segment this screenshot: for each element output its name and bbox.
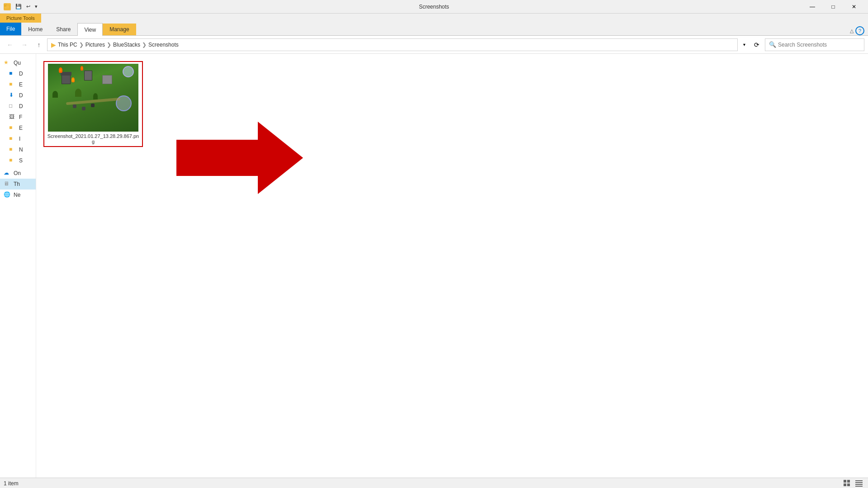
svg-rect-1 — [4, 5, 6, 7]
svg-rect-2 — [5, 4, 6, 5]
help-button[interactable]: ? — [855, 26, 864, 35]
folder-yellow3-icon: ■ — [9, 135, 16, 142]
up-button[interactable]: ↑ — [33, 38, 45, 51]
search-bar: 🔍 — [765, 38, 864, 51]
svg-rect-8 — [855, 480, 863, 481]
tab-manage[interactable]: Manage — [103, 24, 136, 35]
star-icon: ★ — [4, 59, 11, 66]
sidebar-item-quick-access[interactable]: ★ Qu — [0, 57, 36, 68]
window-controls: — □ ✕ — [802, 0, 864, 14]
undo-qat-btn[interactable]: ↩ — [24, 3, 32, 10]
view-controls — [842, 479, 864, 488]
cloud-icon: ☁ — [4, 170, 11, 177]
pictures-icon: 🖼 — [9, 114, 16, 121]
svg-marker-3 — [176, 122, 303, 194]
download-icon: ⬇ — [9, 92, 16, 99]
breadcrumb-folder-icon: ▶ — [51, 41, 56, 48]
red-arrow — [176, 113, 303, 204]
sidebar-item-documents[interactable]: □ D — [0, 101, 36, 112]
title-bar-left: 💾 ↩ ▾ — [4, 3, 39, 10]
file-item[interactable]: Screenshot_2021.01.27_13.28.29.867.png — [43, 61, 143, 147]
computer-icon: 🖥 — [4, 180, 11, 188]
tab-share[interactable]: Share — [49, 24, 77, 35]
address-bar: ← → ↑ ▶ This PC ❯ Pictures ❯ BlueStacks … — [0, 36, 868, 54]
sidebar-item-thispc[interactable]: 🖥 Th — [0, 179, 36, 190]
sidebar-item-desktop[interactable]: ■ D — [0, 68, 36, 79]
tab-home[interactable]: Home — [21, 24, 49, 35]
address-dropdown-button[interactable]: ▾ — [740, 38, 749, 51]
file-thumbnail — [48, 64, 138, 132]
refresh-button[interactable]: ⟳ — [750, 38, 763, 51]
breadcrumb-pictures[interactable]: Pictures — [85, 42, 105, 48]
folder-yellow-icon: ■ — [9, 81, 16, 88]
folder-blue-icon: ■ — [9, 70, 16, 77]
sidebar-item-i[interactable]: ■ I — [0, 133, 36, 144]
ribbon-toggle-btn[interactable]: △ — [850, 28, 854, 34]
svg-rect-7 — [847, 483, 850, 486]
ribbon-tabs-row: File Home Share View Manage △ ? — [0, 23, 868, 35]
sidebar-item-pictures[interactable]: 🖼 F — [0, 112, 36, 123]
breadcrumb-bluestacks[interactable]: BlueStacks — [113, 42, 140, 48]
large-icons-view-btn[interactable] — [842, 479, 853, 488]
folder-yellow5-icon: ■ — [9, 157, 16, 164]
tab-file[interactable]: File — [0, 23, 21, 35]
sidebar-item-downloads[interactable]: ⬇ D — [0, 90, 36, 101]
content-area: Screenshot_2021.01.27_13.28.29.867.png — [36, 54, 868, 478]
close-button[interactable]: ✕ — [844, 0, 864, 14]
file-name: Screenshot_2021.01.27_13.28.29.867.png — [46, 133, 140, 144]
svg-rect-11 — [855, 486, 863, 487]
quick-access-toolbar: 💾 ↩ ▾ — [14, 3, 39, 10]
sidebar-label-quick-access: Qu — [14, 60, 21, 66]
svg-rect-9 — [855, 482, 863, 483]
minimize-button[interactable]: — — [802, 0, 823, 14]
sidebar-item-m[interactable]: ■ N — [0, 144, 36, 155]
save-qat-btn[interactable]: 💾 — [14, 3, 24, 10]
window-title: Screenshots — [419, 4, 449, 10]
qat-dropdown[interactable]: ▾ — [33, 3, 39, 10]
back-button[interactable]: ← — [4, 38, 16, 51]
network-icon: 🌐 — [4, 191, 11, 199]
sidebar-item-onedrive[interactable]: ☁ On — [0, 168, 36, 179]
search-icon: 🔍 — [769, 41, 776, 48]
sidebar-item-extra1[interactable]: ■ E — [0, 123, 36, 133]
search-input[interactable] — [778, 42, 860, 48]
sidebar-item-network[interactable]: 🌐 Ne — [0, 190, 36, 200]
sidebar-item-s[interactable]: ■ S — [0, 155, 36, 166]
breadcrumb-screenshots[interactable]: Screenshots — [148, 42, 179, 48]
tab-view[interactable]: View — [77, 23, 103, 36]
svg-rect-10 — [855, 484, 863, 485]
sidebar-item-bluestacks[interactable]: ■ E — [0, 79, 36, 90]
svg-rect-4 — [844, 480, 846, 483]
title-bar: 💾 ↩ ▾ Screenshots — □ ✕ — [0, 0, 868, 14]
folder-yellow2-icon: ■ — [9, 124, 16, 132]
forward-button[interactable]: → — [18, 38, 31, 51]
folder-yellow4-icon: ■ — [9, 146, 16, 153]
ribbon-top-row: Picture Tools — [0, 14, 868, 23]
details-view-btn[interactable] — [854, 479, 864, 488]
item-count: 1 item — [4, 480, 19, 487]
picture-tools-label: Picture Tools — [0, 14, 41, 23]
main-layout: ★ Qu ■ D ■ E ⬇ D □ D 🖼 F ■ E ■ I — [0, 54, 868, 478]
maximize-button[interactable]: □ — [823, 0, 844, 14]
app-icon — [4, 3, 11, 10]
ribbon: Picture Tools File Home Share View Manag… — [0, 14, 868, 36]
svg-rect-5 — [847, 480, 850, 483]
breadcrumb: ▶ This PC ❯ Pictures ❯ BlueStacks ❯ Scre… — [47, 38, 738, 51]
svg-rect-6 — [844, 483, 846, 486]
status-bar: 1 item — [0, 478, 868, 488]
sidebar: ★ Qu ■ D ■ E ⬇ D □ D 🖼 F ■ E ■ I — [0, 54, 36, 478]
document-icon: □ — [9, 103, 16, 110]
breadcrumb-thispc[interactable]: This PC — [58, 42, 77, 48]
